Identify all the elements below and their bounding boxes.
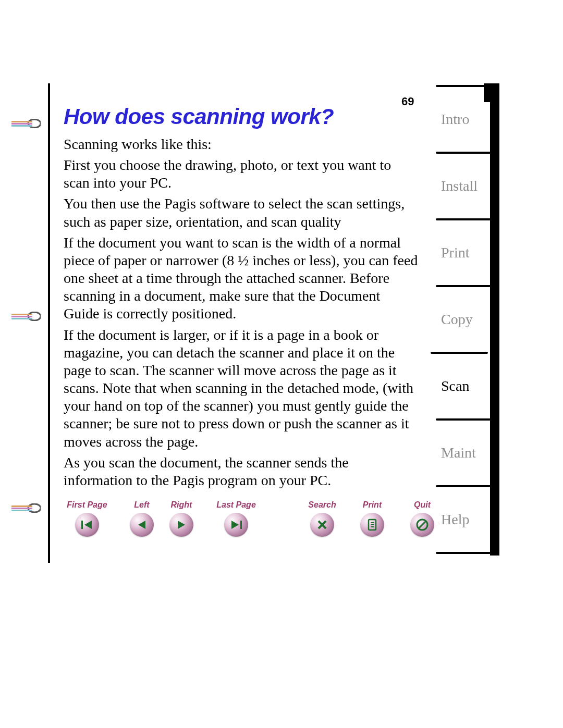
manual-page: 69 How does scanning work? Scanning work… [0, 0, 563, 728]
svg-rect-6 [11, 316, 32, 317]
nav-group-right: Search Print [303, 500, 441, 537]
paragraph: As you scan the document, the scanner se… [64, 454, 418, 489]
tab-maint[interactable]: Maint [438, 419, 490, 486]
tab-intro[interactable]: Intro [438, 86, 490, 153]
binder-ring-icon [11, 312, 41, 321]
last-page-button[interactable] [224, 513, 248, 537]
svg-marker-14 [138, 521, 145, 529]
svg-rect-7 [11, 318, 32, 319]
tab-label: Maint [441, 445, 476, 461]
svg-marker-15 [178, 521, 185, 529]
svg-rect-3 [11, 125, 32, 127]
tab-help[interactable]: Help [438, 486, 490, 553]
search-icon [315, 518, 329, 532]
svg-rect-1 [11, 121, 32, 122]
nav-label: Last Page [216, 500, 256, 510]
nav-label: Search [308, 500, 336, 510]
svg-rect-9 [11, 505, 32, 507]
paragraph: Scanning works like this: [64, 135, 418, 153]
binder-ring-icon [11, 503, 41, 513]
nav-label: Quit [414, 500, 431, 510]
nav-label: Print [363, 500, 382, 510]
left-button[interactable] [130, 513, 154, 537]
tab-install[interactable]: Install [438, 153, 490, 219]
nav-item-search: Search [303, 500, 341, 537]
section-tabs: Intro Install Print Copy Scan Maint Help [438, 86, 490, 553]
svg-rect-2 [11, 123, 32, 125]
svg-rect-11 [11, 510, 32, 511]
page-number: 69 [401, 95, 414, 108]
binder-ring-icon [11, 119, 41, 128]
svg-marker-13 [84, 521, 92, 529]
nav-group-left: First Page Left [64, 500, 161, 537]
tab-label: Intro [441, 111, 469, 128]
svg-rect-5 [11, 314, 32, 315]
svg-rect-10 [11, 508, 32, 509]
nav-item-first-page: First Page [64, 500, 111, 537]
nav-item-last-page: Last Page [213, 500, 260, 537]
tab-label: Install [441, 178, 478, 194]
nav-label: First Page [67, 500, 107, 510]
search-button[interactable] [310, 513, 334, 537]
quit-icon [415, 518, 429, 532]
svg-marker-16 [231, 521, 239, 529]
nav-label: Right [171, 500, 192, 510]
svg-rect-17 [240, 521, 242, 529]
paragraph: First you choose the drawing, photo, or … [64, 156, 418, 192]
arrow-left-icon [136, 520, 148, 530]
paragraph: If the document is larger, or if it is a… [64, 326, 418, 451]
first-page-button[interactable] [75, 513, 99, 537]
nav-item-quit: Quit [403, 500, 441, 537]
tab-print[interactable]: Print [438, 219, 490, 286]
svg-line-25 [419, 521, 426, 528]
tab-label: Print [441, 244, 469, 261]
page-title: How does scanning work? [64, 104, 334, 129]
print-icon [366, 519, 378, 531]
binder-rule [48, 83, 50, 563]
tab-label: Scan [441, 378, 469, 394]
paragraph: If the document you want to scan is the … [64, 234, 418, 323]
nav-group-mid: Right Last Page [163, 500, 260, 537]
tab-label: Help [441, 511, 469, 528]
first-page-icon [80, 520, 94, 530]
last-page-icon [229, 520, 243, 530]
paragraph: You then use the Pagis software to selec… [64, 195, 418, 230]
nav-item-print: Print [353, 500, 391, 537]
tab-scan[interactable]: Scan [433, 353, 490, 419]
body-text: Scanning works like this: First you choo… [64, 135, 418, 492]
nav-item-right: Right [163, 500, 200, 537]
print-button[interactable] [360, 513, 384, 537]
right-button[interactable] [169, 513, 193, 537]
arrow-right-icon [176, 520, 187, 530]
tab-copy[interactable]: Copy [438, 286, 490, 353]
tab-label: Copy [441, 311, 473, 328]
quit-button[interactable] [410, 513, 434, 537]
right-spine [490, 102, 499, 556]
svg-rect-12 [81, 521, 83, 529]
nav-item-left: Left [123, 500, 161, 537]
nav-label: Left [134, 500, 149, 510]
